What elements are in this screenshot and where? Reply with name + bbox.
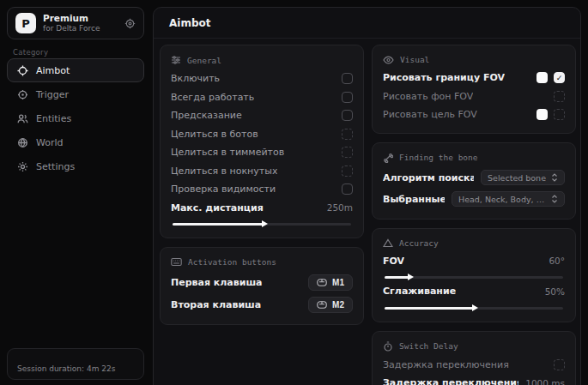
toggle-row: Целиться в тиммейтов ✓ (171, 143, 353, 162)
keybind-label: Вторая клавиша (171, 299, 261, 310)
mouse-icon (317, 301, 327, 309)
visual-label: Рисовать цель FOV (383, 109, 477, 120)
sidebar-item-aimbot[interactable]: Aimbot (7, 58, 144, 82)
max-distance-slider[interactable] (173, 223, 351, 226)
toggle-label: Целиться в тиммейтов (171, 147, 284, 158)
keybind-row: Первая клавиша M1 (171, 271, 353, 293)
color-swatch[interactable] (536, 72, 548, 83)
toggle-row: Целиться в ботов ✓ (171, 125, 353, 144)
toggle-label: Всегда работать (171, 92, 254, 103)
left-column: General Включить ✓ Всегда работать ✓ Пре… (160, 45, 364, 325)
checkbox[interactable]: ✓ (342, 129, 353, 140)
general-panel: General Включить ✓ Всегда работать ✓ Пре… (160, 45, 364, 238)
toggle-label: Целиться в нокнутых (171, 165, 277, 177)
bone-label: Выбранные кости (383, 194, 445, 205)
switch-delay-panel-title: Switch Delay (383, 341, 565, 352)
checkbox[interactable]: ✓ (342, 92, 353, 103)
sidebar-item-world[interactable]: World (7, 130, 144, 154)
toggle-label: Задержка переключения (383, 359, 509, 370)
keybind-button-m1[interactable]: M1 (308, 274, 353, 291)
sidebar-item-label: World (36, 137, 64, 148)
globe-icon (17, 137, 28, 148)
slider-fill[interactable] (385, 307, 474, 310)
slider-label: Задержка переключения (мс) (383, 377, 518, 385)
target-icon[interactable] (124, 18, 136, 29)
max-distance-row: Макс. дистанция 250m (171, 199, 353, 218)
visual-panel-title: Visual (383, 55, 565, 64)
sidebar-item-label: Settings (36, 161, 75, 172)
checkbox[interactable]: ✓ (554, 72, 565, 83)
crosshair-icon (17, 65, 28, 76)
bone-panel-title: Finding the bone (383, 153, 565, 163)
switch-delay-panel: Switch Delay Задержка переключения ✓ Зад… (372, 331, 576, 385)
visual-row: Рисовать фон FOV ✓ (383, 87, 565, 106)
sidebar-nav: Aimbot Trigger Entities (7, 58, 144, 178)
sidebar-item-label: Entities (36, 113, 71, 124)
general-panel-title: General (171, 55, 353, 65)
slider-label: Макс. дистанция (171, 202, 264, 214)
slider-label: Сглаживание (383, 286, 456, 297)
session-duration: Session duration: 4m 22s (7, 348, 144, 380)
timer-icon (383, 341, 393, 352)
brand-title: Premium (43, 13, 100, 24)
bone-row: Алгоритм поиска кости Selected bone (383, 167, 565, 189)
checkbox[interactable]: ✓ (342, 147, 353, 158)
category-label: Category (13, 48, 48, 57)
keybind-button-m2[interactable]: M2 (308, 297, 353, 313)
bone-row: Выбранные кости Head, Neck, Body, Pe... (383, 189, 565, 210)
smoothing-row: Сглаживание 50% (383, 282, 565, 301)
accuracy-panel-title: Accuracy (383, 238, 565, 248)
toggle-row: Предсказание ✓ (171, 106, 353, 125)
checkbox[interactable]: ✓ (342, 110, 353, 121)
select-value: Selected bone (488, 173, 546, 183)
fov-slider[interactable] (385, 276, 563, 279)
slider-value: 1000 ms (525, 378, 565, 385)
chevron-up-down-icon (551, 195, 558, 203)
bone-label: Алгоритм поиска кости (383, 172, 474, 183)
checkbox[interactable]: ✓ (342, 183, 353, 195)
sidebar-item-settings[interactable]: Settings (7, 154, 144, 178)
chevron-up-down-icon (551, 173, 558, 182)
mouse-icon (317, 279, 327, 286)
color-swatch[interactable] (536, 109, 548, 120)
sidebar: P Premium for Delta Force Category Aimbo… (0, 0, 153, 385)
toggle-row: Целиться в нокнутых ✓ (171, 162, 353, 181)
slider-fill[interactable] (173, 223, 264, 226)
toggle-label: Предсказание (171, 110, 242, 121)
app-logo: P (15, 13, 36, 33)
sidebar-item-label: Aimbot (36, 65, 70, 76)
toggle-row: Всегда работать ✓ (171, 88, 353, 107)
slider-value: 60° (549, 256, 565, 266)
entities-icon (17, 113, 28, 124)
sidebar-item-trigger[interactable]: Trigger (7, 82, 144, 106)
bone-icon (383, 153, 393, 163)
select-value: Head, Neck, Body, Pe... (458, 195, 546, 204)
checkbox[interactable]: ✓ (554, 359, 565, 370)
checkbox[interactable]: ✓ (554, 91, 565, 102)
bone-algorithm-select[interactable]: Selected bone (481, 170, 565, 185)
visual-row: Рисовать цель FOV ✓ (383, 105, 565, 124)
brand-card: P Premium for Delta Force (7, 7, 144, 39)
gear-icon (17, 161, 28, 172)
page-title: Aimbot (154, 8, 580, 39)
delay-row: Задержка переключения (мс) 1000 ms (383, 374, 565, 385)
accuracy-panel: Accuracy FOV 60° Сглаживание 50% (372, 228, 576, 322)
smoothing-slider[interactable] (385, 307, 563, 310)
checkbox[interactable]: ✓ (342, 73, 353, 84)
selected-bones-select[interactable]: Head, Neck, Body, Pe... (452, 191, 565, 207)
slider-fill[interactable] (385, 276, 409, 279)
visual-row: Рисовать границу FOV ✓ (383, 69, 565, 87)
keybind-label: Первая клавиша (171, 277, 263, 288)
right-column: Visual Рисовать границу FOV ✓ Рисовать ф… (372, 45, 576, 385)
slider-value: 50% (545, 286, 565, 297)
slider-label: FOV (383, 256, 404, 267)
toggle-label: Включить (171, 73, 220, 84)
keyboard-icon (171, 257, 182, 267)
checkbox[interactable]: ✓ (342, 165, 353, 177)
checkbox[interactable]: ✓ (554, 109, 565, 120)
keybind-key: M1 (332, 278, 344, 287)
sidebar-item-entities[interactable]: Entities (7, 106, 144, 130)
slider-value: 250m (327, 202, 353, 213)
activation-panel-title: Activation buttons (171, 257, 353, 267)
sidebar-item-label: Trigger (36, 89, 69, 100)
